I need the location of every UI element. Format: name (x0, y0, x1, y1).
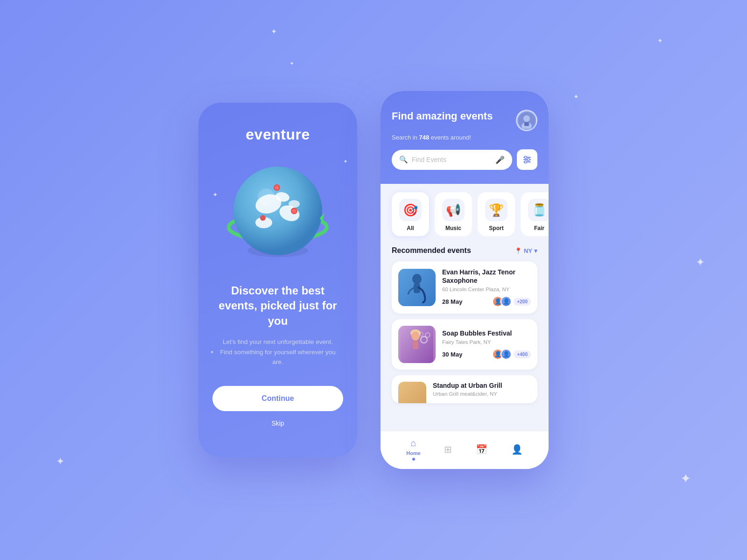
bottom-navigation: ⌂ Home ⊞ 📅 👤 (381, 431, 549, 469)
svg-point-23 (528, 159, 530, 161)
pin-icon: 📍 (514, 247, 522, 254)
category-fair[interactable]: 🫙 Fair (521, 192, 549, 236)
event-date-2: 30 May (442, 351, 462, 358)
event-info-2: Soap Bubbles Festival Fairy Tales Park, … (442, 329, 531, 360)
music-icon: 📢 (442, 199, 465, 221)
category-sport[interactable]: 🏆 Sport (478, 192, 515, 236)
home-icon: ⌂ (411, 438, 416, 448)
star-decoration (680, 472, 691, 485)
event-footer-2: 30 May 👤 👤 +400 (442, 349, 531, 360)
event-name-1: Evan Harris, Jazz Tenor Saxophone (442, 268, 531, 285)
event-footer-1: 28 May 👤 👤 +200 (442, 296, 531, 307)
category-all[interactable]: 🎯 All (392, 192, 429, 236)
avatar-stack-2: 👤 👤 (492, 349, 512, 360)
event-card-2[interactable]: Soap Bubbles Festival Fairy Tales Park, … (392, 319, 537, 370)
star-decoration (56, 456, 64, 467)
category-label-sport: Sport (489, 225, 503, 231)
event-info-1: Evan Harris, Jazz Tenor Saxophone 60 Lin… (442, 268, 531, 307)
all-icon: 🎯 (399, 199, 422, 221)
avatar-stack-1: 👤 👤 (492, 296, 512, 307)
category-label-all: All (407, 225, 414, 231)
event-location-3: Urban Grill meat&cider, NY (433, 391, 531, 397)
filter-button[interactable] (517, 149, 537, 170)
nav-calendar[interactable]: 📅 (476, 444, 487, 455)
chevron-down-icon: ▾ (534, 247, 537, 254)
app-logo: eventure (246, 126, 310, 143)
event-date-1: 28 May (442, 298, 462, 305)
svg-point-8 (258, 189, 275, 205)
event-image-1 (398, 269, 436, 306)
svg-point-13 (260, 215, 266, 221)
search-input[interactable]: Find Events (412, 156, 492, 163)
tagline: Discover the best events, picked just fo… (212, 283, 343, 329)
search-bar[interactable]: 🔍 Find Events 🎤 (392, 150, 512, 170)
events-header: Find amazing events Search i (381, 91, 549, 184)
active-indicator (412, 458, 415, 461)
star-decoration (271, 28, 277, 35)
nav-grid[interactable]: ⊞ (444, 444, 452, 455)
header-top-row: Find amazing events (392, 110, 537, 131)
onboarding-screen: eventure (198, 103, 357, 457)
svg-point-16 (523, 115, 530, 122)
calendar-icon: 📅 (476, 444, 487, 455)
search-row: 🔍 Find Events 🎤 (392, 149, 537, 170)
recommended-section: Recommended events 📍 NY ▾ (381, 241, 549, 431)
star-decoration (573, 93, 579, 100)
event-image-2 (398, 326, 436, 363)
location-selector[interactable]: 📍 NY ▾ (514, 247, 537, 254)
event-card-1[interactable]: Evan Harris, Jazz Tenor Saxophone 60 Lin… (392, 261, 537, 314)
events-screen: Find amazing events Search i (381, 91, 549, 469)
svg-point-2 (233, 167, 322, 255)
grid-icon: ⊞ (444, 444, 452, 455)
sport-icon: 🏆 (485, 199, 507, 221)
svg-point-22 (525, 156, 527, 159)
categories-bar: 🎯 All 📢 Music 🏆 Sport 🫙 Fair (381, 184, 549, 241)
svg-point-12 (292, 209, 296, 213)
profile-icon: 👤 (511, 444, 523, 455)
star-decoration (210, 350, 214, 355)
star-decoration (696, 257, 705, 268)
microphone-icon[interactable]: 🎤 (495, 155, 505, 164)
globe-illustration (222, 157, 334, 269)
star-decoration (343, 159, 348, 164)
attendee-avatar: 👤 (500, 296, 512, 307)
event-image-3 (398, 382, 426, 403)
skip-button[interactable]: Skip (271, 420, 284, 427)
svg-point-10 (275, 186, 279, 189)
star-decoration (289, 61, 294, 66)
event-info-3: Standup at Urban Grill Urban Grill meat&… (433, 382, 531, 397)
fair-icon: 🫙 (528, 199, 549, 221)
search-icon: 🔍 (399, 155, 408, 164)
attendee-avatar: 👤 (500, 349, 512, 360)
svg-rect-18 (524, 122, 529, 126)
subtitle: Let's find your next unforgettable event… (212, 337, 343, 367)
event-card-3[interactable]: Standup at Urban Grill Urban Grill meat&… (392, 375, 537, 403)
svg-rect-32 (413, 341, 418, 349)
attendee-count-2: +400 (514, 350, 531, 358)
category-music[interactable]: 📢 Music (435, 192, 472, 236)
location-label: NY (524, 247, 532, 254)
svg-point-31 (411, 331, 420, 341)
event-location-2: Fairy Tales Park, NY (442, 339, 531, 345)
event-name-3: Standup at Urban Grill (433, 382, 531, 389)
recommended-title: Recommended events (392, 246, 471, 255)
attendee-count-1: +200 (514, 298, 531, 306)
nav-profile[interactable]: 👤 (511, 444, 523, 455)
svg-point-24 (525, 161, 527, 163)
svg-point-26 (412, 274, 422, 284)
event-location-1: 60 Lincoln Center Plaza, NY (442, 287, 531, 292)
nav-home[interactable]: ⌂ Home (406, 438, 421, 461)
category-label-music: Music (445, 225, 461, 231)
event-attendees-1: 👤 👤 +200 (492, 296, 531, 307)
header-title-block: Find amazing events (392, 110, 493, 123)
svg-point-7 (289, 200, 300, 208)
star-decoration (212, 191, 218, 198)
phones-container: eventure (198, 91, 549, 469)
nav-home-label: Home (406, 450, 421, 456)
header-title: Find amazing events (392, 110, 493, 123)
event-attendees-2: 👤 👤 +400 (492, 349, 531, 360)
user-avatar[interactable] (516, 110, 537, 131)
continue-button[interactable]: Continue (212, 386, 343, 411)
avatar-image (517, 111, 536, 130)
header-subtitle: Search in 748 events around! (392, 134, 537, 141)
